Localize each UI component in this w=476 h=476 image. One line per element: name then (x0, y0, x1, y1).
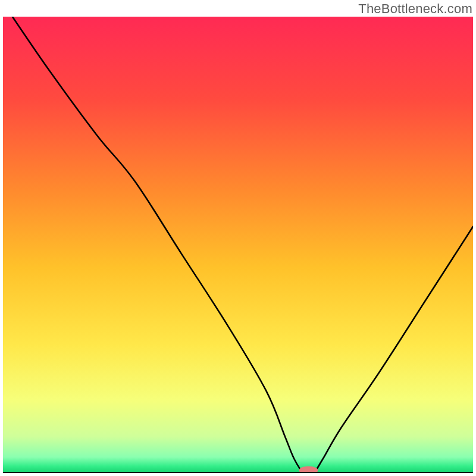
x-axis (3, 472, 473, 473)
chart-stage: TheBottleneck.com (0, 0, 476, 476)
optimal-marker (3, 17, 473, 473)
watermark: TheBottleneck.com (358, 1, 472, 17)
plot-area (3, 17, 473, 473)
